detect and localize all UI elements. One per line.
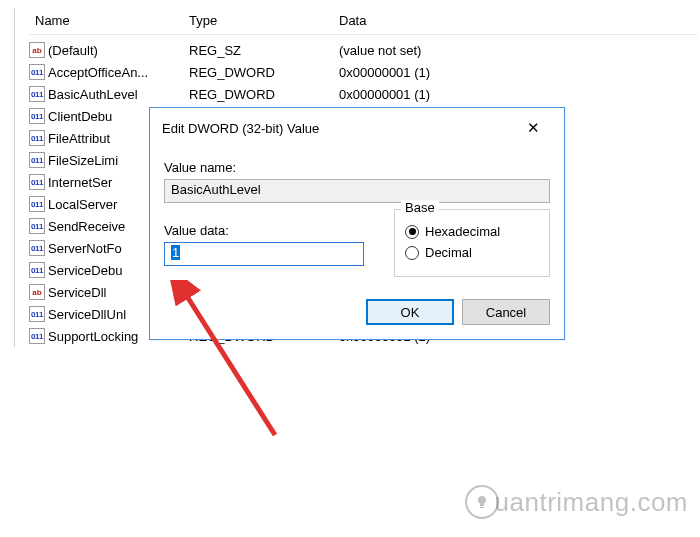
row-name: LocalServer [48, 197, 117, 212]
value-data-label: Value data: [164, 223, 364, 238]
row-name: FileAttribut [48, 131, 110, 146]
watermark-text: uantrimang.com [495, 487, 688, 518]
value-name-label: Value name: [164, 160, 550, 175]
row-data: 0x00000001 (1) [339, 87, 698, 102]
row-name: (Default) [48, 43, 98, 58]
row-name: FileSizeLimi [48, 153, 118, 168]
col-header-data[interactable]: Data [339, 13, 698, 28]
registry-row[interactable]: AcceptOfficeAn...REG_DWORD0x00000001 (1) [29, 61, 698, 83]
registry-row[interactable]: ab(Default)REG_SZ(value not set) [29, 39, 698, 61]
value-name-field: BasicAuthLevel [164, 179, 550, 203]
radio-label: Decimal [425, 245, 472, 260]
row-name: SendReceive [48, 219, 125, 234]
row-name: AcceptOfficeAn... [48, 65, 148, 80]
radio-icon [405, 225, 419, 239]
col-header-name[interactable]: Name [29, 13, 189, 28]
reg-string-icon: ab [29, 284, 45, 300]
radio-icon [405, 246, 419, 260]
row-name: BasicAuthLevel [48, 87, 138, 102]
row-name: ServiceDllUnl [48, 307, 126, 322]
row-data: (value not set) [339, 43, 698, 58]
reg-string-icon: ab [29, 42, 45, 58]
radio-decimal[interactable]: Decimal [405, 245, 539, 260]
row-name: ClientDebu [48, 109, 112, 124]
reg-binary-icon [29, 262, 45, 278]
radio-label: Hexadecimal [425, 224, 500, 239]
row-name: ServiceDll [48, 285, 107, 300]
watermark: uantrimang.com [465, 485, 688, 519]
ok-button[interactable]: OK [366, 299, 454, 325]
reg-binary-icon [29, 130, 45, 146]
reg-binary-icon [29, 152, 45, 168]
row-type: REG_DWORD [189, 87, 339, 102]
bulb-icon [465, 485, 499, 519]
row-name: InternetSer [48, 175, 112, 190]
dialog-title: Edit DWORD (32-bit) Value [162, 121, 319, 136]
row-name: ServerNotFo [48, 241, 122, 256]
reg-binary-icon [29, 108, 45, 124]
row-data: 0x00000001 (1) [339, 65, 698, 80]
reg-binary-icon [29, 174, 45, 190]
col-header-type[interactable]: Type [189, 13, 339, 28]
edit-dword-dialog: Edit DWORD (32-bit) Value ✕ Value name: … [149, 107, 565, 340]
reg-binary-icon [29, 328, 45, 344]
base-group: Base Hexadecimal Decimal [394, 209, 550, 277]
row-name: SupportLocking [48, 329, 138, 344]
row-type: REG_DWORD [189, 65, 339, 80]
radio-hexadecimal[interactable]: Hexadecimal [405, 224, 539, 239]
cancel-button[interactable]: Cancel [462, 299, 550, 325]
reg-binary-icon [29, 86, 45, 102]
column-headers: Name Type Data [29, 8, 698, 35]
row-type: REG_SZ [189, 43, 339, 58]
registry-row[interactable]: BasicAuthLevelREG_DWORD0x00000001 (1) [29, 83, 698, 105]
reg-binary-icon [29, 196, 45, 212]
reg-binary-icon [29, 64, 45, 80]
reg-binary-icon [29, 306, 45, 322]
value-data-input[interactable]: 1 [164, 242, 364, 266]
reg-binary-icon [29, 240, 45, 256]
row-name: ServiceDebu [48, 263, 122, 278]
reg-binary-icon [29, 218, 45, 234]
base-legend: Base [401, 200, 439, 215]
close-icon: ✕ [527, 119, 540, 137]
close-button[interactable]: ✕ [512, 116, 554, 140]
